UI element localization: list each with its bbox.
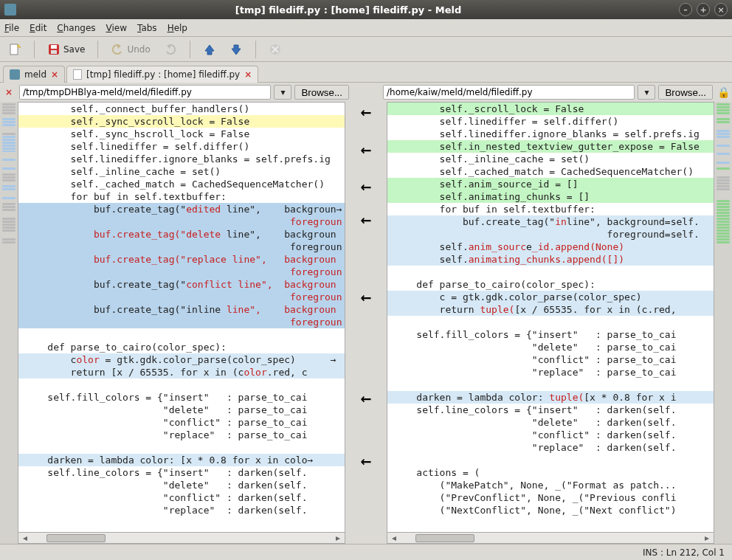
code-line[interactable] (18, 378, 345, 391)
menu-edit[interactable]: Edit (30, 23, 46, 33)
code-line[interactable] (18, 441, 345, 454)
code-line[interactable]: "delete" : darken(self. (387, 416, 714, 429)
code-line[interactable]: self.linediffer.ignore_blanks = self.pre… (18, 153, 345, 165)
code-line[interactable]: darken = lambda color: tuple([x * 0.8 fo… (387, 391, 714, 404)
code-line[interactable]: ("PrevConflict", None, _("Previous confl… (387, 491, 714, 504)
maximize-button[interactable]: + (697, 3, 710, 16)
code-line[interactable]: return [x / 65535. for x in (color.red, … (18, 366, 345, 378)
code-line[interactable]: foregroun (18, 291, 345, 303)
merge-arrow-icon[interactable]: ← (360, 105, 371, 120)
left-code[interactable]: self._connect_buffer_handlers() self._sy… (18, 103, 345, 532)
merge-arrow-icon[interactable]: ← (360, 212, 371, 228)
close-window-button[interactable]: × (714, 3, 728, 16)
code-line[interactable]: "replace" : parse_to_cai (387, 366, 714, 378)
code-line[interactable]: self.anim_source_id = [] (387, 178, 714, 190)
code-line[interactable]: self.linediffer = self.differ() (18, 140, 345, 153)
code-line[interactable]: self.animating_chunks.append([]) (387, 253, 714, 266)
tab-meld[interactable]: meld × (3, 66, 65, 83)
new-button[interactable] (4, 41, 25, 58)
code-line[interactable]: foregroun (18, 241, 345, 253)
code-line[interactable]: buf.create_tag("inline line", backgroun (18, 303, 345, 316)
menu-view[interactable]: View (106, 23, 127, 33)
code-line[interactable]: ("NextConflict", None, _("Next conflict"… (387, 504, 714, 516)
code-line[interactable]: self.animating_chunks = [] (387, 190, 714, 203)
left-pane[interactable]: self._connect_buffer_handlers() self._sy… (18, 102, 345, 544)
code-line[interactable]: foregroun (18, 215, 345, 228)
right-path-input[interactable] (383, 85, 635, 100)
code-line[interactable]: ("MakePatch", None, _("Format as patch..… (387, 479, 714, 491)
prev-diff-button[interactable] (199, 41, 220, 58)
right-pane[interactable]: self._scroll_lock = False self.linediffe… (387, 102, 714, 544)
code-line[interactable]: self._sync_vscroll_lock = False (18, 115, 345, 128)
code-line[interactable]: def parse_to_cairo(color_spec): (18, 341, 345, 353)
code-line[interactable]: "conflict" : darken(self. (18, 491, 345, 504)
right-hscroll[interactable]: ◂ ▸ (387, 532, 714, 543)
menu-help[interactable]: Help (168, 23, 187, 33)
merge-arrow-icon[interactable]: ← (360, 290, 371, 305)
code-line[interactable] (387, 378, 714, 391)
code-line[interactable]: return tuple([x / 65535. for x in (c.red… (387, 303, 714, 316)
close-tab-icon[interactable]: × (244, 69, 252, 80)
left-hscroll[interactable]: ◂ ▸ (18, 532, 345, 543)
merge-arrow-icon[interactable]: ← (360, 179, 371, 195)
code-line[interactable]: foregroun (18, 266, 345, 278)
merge-arrow-icon[interactable]: ← (360, 142, 371, 158)
next-diff-button[interactable] (226, 41, 246, 58)
code-line[interactable]: self.line_colors = {"insert" : darken(se… (18, 466, 345, 479)
code-line[interactable]: "delete" : parse_to_cai (18, 404, 345, 416)
left-browse-button[interactable]: Browse... (294, 85, 349, 100)
code-line[interactable]: color = gtk.gdk.color_parse(color_spec) … (18, 353, 345, 366)
code-line[interactable]: "conflict" : darken(self. (387, 429, 714, 441)
code-line[interactable]: buf.create_tag("replace line", backgroun (18, 253, 345, 266)
code-line[interactable]: buf.create_tag("inline", background=self… (387, 215, 714, 228)
minimize-button[interactable]: – (679, 3, 692, 16)
code-line[interactable]: self.line_colors = {"insert" : darken(se… (387, 404, 714, 416)
code-line[interactable]: self.linediffer.ignore_blanks = self.pre… (387, 128, 714, 140)
menu-tabs[interactable]: Tabs (137, 23, 157, 33)
menu-changes[interactable]: Changes (57, 23, 95, 33)
tab-filediff[interactable]: [tmp] filediff.py : [home] filediff.py × (66, 66, 258, 83)
code-line[interactable] (387, 316, 714, 328)
code-line[interactable]: self.in_nested_textview_gutter_expose = … (387, 140, 714, 153)
right-path-dropdown[interactable]: ▾ (638, 85, 655, 100)
menu-file[interactable]: File (4, 23, 19, 33)
left-overview[interactable] (0, 102, 18, 544)
right-overview[interactable] (714, 102, 732, 544)
code-line[interactable]: self._cached_match = CachedSequenceMatch… (387, 165, 714, 178)
merge-arrow-icon[interactable]: ← (360, 454, 371, 469)
code-line[interactable]: for buf in self.textbuffer: (18, 190, 345, 203)
code-line[interactable]: c = gtk.gdk.color_parse(color_spec) (387, 291, 714, 303)
right-code[interactable]: self._scroll_lock = False self.linediffe… (387, 103, 714, 532)
code-line[interactable]: "replace" : darken(self. (387, 441, 714, 454)
close-pane-icon[interactable]: × (3, 87, 15, 97)
close-tab-icon[interactable]: × (51, 69, 58, 80)
code-line[interactable]: "replace" : parse_to_cai (18, 429, 345, 441)
code-line[interactable]: self.anim_source_id.append(None) (387, 241, 714, 253)
code-line[interactable]: foregroun (18, 316, 345, 328)
save-button[interactable]: Save (44, 41, 89, 58)
code-line[interactable]: buf.create_tag("conflict line", backgrou… (18, 278, 345, 291)
code-line[interactable]: self._sync_hscroll_lock = False (18, 128, 345, 140)
merge-arrow-icon[interactable]: ← (360, 391, 371, 407)
code-line[interactable]: "delete" : parse_to_cai (387, 341, 714, 353)
code-line[interactable]: buf.create_tag("delete line", backgroun (18, 228, 345, 241)
right-browse-button[interactable]: Browse... (658, 85, 713, 100)
lock-icon[interactable]: 🔒 (717, 86, 729, 98)
code-line[interactable]: self.linediffer = self.differ() (387, 115, 714, 128)
code-line[interactable] (18, 328, 345, 341)
code-line[interactable] (387, 266, 714, 278)
code-line[interactable]: actions = ( (387, 466, 714, 479)
code-line[interactable]: for buf in self.textbuffer: (387, 203, 714, 215)
code-line[interactable]: darken = lambda color: [x * 0.8 for x in… (18, 454, 345, 466)
code-line[interactable]: self._inline_cache = set() (18, 165, 345, 178)
code-line[interactable]: "replace" : darken(self. (18, 504, 345, 516)
code-line[interactable]: "conflict" : parse_to_cai (18, 416, 345, 429)
left-path-dropdown[interactable]: ▾ (274, 85, 291, 100)
code-line[interactable]: "delete" : darken(self. (18, 479, 345, 491)
code-line[interactable]: self.fill_colors = {"insert" : parse_to_… (18, 391, 345, 404)
code-line[interactable]: buf.create_tag("edited line", backgroun→ (18, 203, 345, 215)
code-line[interactable]: "conflict" : parse_to_cai (387, 353, 714, 366)
code-line[interactable]: self._cached_match = CachedSequenceMatch… (18, 178, 345, 190)
code-line[interactable]: self._inline_cache = set() (387, 153, 714, 165)
left-path-input[interactable] (19, 85, 271, 100)
